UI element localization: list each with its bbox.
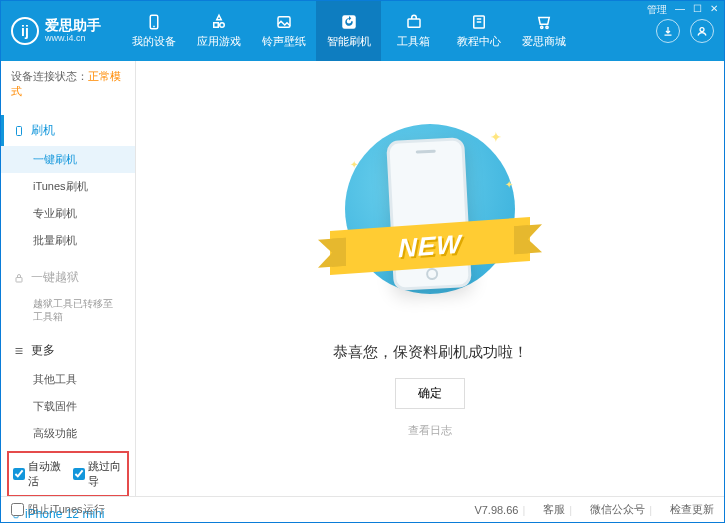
auto-activate-checkbox[interactable]: 自动激活 xyxy=(13,459,63,489)
customer-service-link[interactable]: 客服 xyxy=(543,502,565,517)
nav-smart-flash[interactable]: 智能刷机 xyxy=(316,1,381,61)
download-icon xyxy=(662,25,674,37)
sparkle-icon: ✦ xyxy=(350,159,358,170)
view-log-link[interactable]: 查看日志 xyxy=(408,423,452,438)
checkbox-label: 自动激活 xyxy=(28,459,63,489)
brand-name: 爱思助手 xyxy=(45,18,101,33)
connection-status: 设备连接状态：正常模式 xyxy=(1,61,135,107)
logo: ij 爱思助手 www.i4.cn xyxy=(11,17,121,45)
sidebar-item-download-firmware[interactable]: 下载固件 xyxy=(1,393,135,420)
body: 设备连接状态：正常模式 刷机 一键刷机 iTunes刷机 专业刷机 批量刷机 一… xyxy=(1,61,724,496)
section-label: 更多 xyxy=(31,342,55,359)
svg-point-9 xyxy=(545,26,547,28)
checkbox-label: 跳过向导 xyxy=(88,459,123,489)
menu-icon xyxy=(13,345,25,357)
nav-toolbox[interactable]: 工具箱 xyxy=(381,1,446,61)
footer: 阻止iTunes运行 V7.98.66 | 客服 | 微信公众号 | 检查更新 xyxy=(1,496,724,522)
sparkle-icon: ✦ xyxy=(490,129,502,145)
toolbox-icon xyxy=(405,13,423,31)
sidebar-item-oneclick-flash[interactable]: 一键刷机 xyxy=(1,146,135,173)
maximize-button[interactable]: ☐ xyxy=(693,3,702,17)
logo-icon: ij xyxy=(11,17,39,45)
skip-guide-checkbox[interactable]: 跳过向导 xyxy=(73,459,123,489)
divider: | xyxy=(569,504,572,516)
nav-label: 工具箱 xyxy=(397,34,430,49)
sidebar-item-other-tools[interactable]: 其他工具 xyxy=(1,366,135,393)
block-itunes-checkbox[interactable]: 阻止iTunes运行 xyxy=(11,502,105,517)
minimize-button[interactable]: — xyxy=(675,3,685,17)
phone-icon xyxy=(145,13,163,31)
main-content: ✦ ✦ ✦ NEW 恭喜您，保资料刷机成功啦！ 确定 查看日志 xyxy=(136,61,724,496)
options-highlight-box: 自动激活 跳过向导 xyxy=(7,451,129,497)
more-section: 更多 其他工具 下载固件 高级功能 xyxy=(1,335,135,447)
nav-ringtone-wallpaper[interactable]: 铃声壁纸 xyxy=(251,1,316,61)
wallpaper-icon xyxy=(275,13,293,31)
nav-label: 爱思商城 xyxy=(522,34,566,49)
sparkle-icon: ✦ xyxy=(505,179,513,190)
user-button[interactable] xyxy=(690,19,714,43)
svg-point-8 xyxy=(540,26,542,28)
book-icon xyxy=(470,13,488,31)
nav-tutorials[interactable]: 教程中心 xyxy=(446,1,511,61)
section-label: 一键越狱 xyxy=(31,269,79,286)
wechat-link[interactable]: 微信公众号 xyxy=(590,502,645,517)
checkbox-input[interactable] xyxy=(73,468,85,480)
ribbon-text: NEW xyxy=(398,228,462,263)
nav-label: 铃声壁纸 xyxy=(262,34,306,49)
nav-label: 我的设备 xyxy=(132,34,176,49)
nav-label: 应用游戏 xyxy=(197,34,241,49)
manage-button[interactable]: 管理 xyxy=(647,3,667,17)
checkbox-input[interactable] xyxy=(11,503,24,516)
conn-label: 设备连接状态： xyxy=(11,70,88,82)
flash-section: 刷机 一键刷机 iTunes刷机 专业刷机 批量刷机 xyxy=(1,115,135,254)
jailbreak-note: 越狱工具已转移至 工具箱 xyxy=(1,293,135,327)
window-controls: 管理 — ☐ ✕ xyxy=(647,3,718,17)
sidebar-item-batch-flash[interactable]: 批量刷机 xyxy=(1,227,135,254)
nav-my-device[interactable]: 我的设备 xyxy=(121,1,186,61)
refresh-icon xyxy=(340,13,358,31)
svg-rect-4 xyxy=(408,19,420,27)
app-window: 管理 — ☐ ✕ ij 爱思助手 www.i4.cn 我的设备 应用游戏 铃声壁 xyxy=(0,0,725,523)
header: 管理 — ☐ ✕ ij 爱思助手 www.i4.cn 我的设备 应用游戏 铃声壁 xyxy=(1,1,724,61)
section-label: 刷机 xyxy=(31,122,55,139)
close-button[interactable]: ✕ xyxy=(710,3,718,17)
check-update-link[interactable]: 检查更新 xyxy=(670,502,714,517)
divider: | xyxy=(522,504,525,516)
checkbox-label: 阻止iTunes运行 xyxy=(28,502,105,517)
flash-title[interactable]: 刷机 xyxy=(1,115,135,146)
cart-icon xyxy=(535,13,553,31)
divider: | xyxy=(649,504,652,516)
nav-label: 教程中心 xyxy=(457,34,501,49)
top-nav: 我的设备 应用游戏 铃声壁纸 智能刷机 工具箱 教程中心 xyxy=(121,1,656,61)
nav-store[interactable]: 爱思商城 xyxy=(511,1,576,61)
success-message: 恭喜您，保资料刷机成功啦！ xyxy=(333,343,528,362)
brand-url: www.i4.cn xyxy=(45,34,101,44)
download-button[interactable] xyxy=(656,19,680,43)
nav-label: 智能刷机 xyxy=(327,34,371,49)
sidebar: 设备连接状态：正常模式 刷机 一键刷机 iTunes刷机 专业刷机 批量刷机 一… xyxy=(1,61,136,496)
version-label: V7.98.66 xyxy=(474,504,518,516)
lock-icon xyxy=(13,272,25,284)
nav-apps-games[interactable]: 应用游戏 xyxy=(186,1,251,61)
app-icon xyxy=(210,13,228,31)
ok-button[interactable]: 确定 xyxy=(395,378,465,409)
checkbox-input[interactable] xyxy=(13,468,25,480)
svg-point-10 xyxy=(700,28,704,32)
success-illustration: ✦ ✦ ✦ NEW xyxy=(340,119,520,319)
phone-small-icon xyxy=(13,125,25,137)
header-right xyxy=(656,19,714,43)
svg-rect-12 xyxy=(16,277,22,282)
sidebar-item-pro-flash[interactable]: 专业刷机 xyxy=(1,200,135,227)
jailbreak-title: 一键越狱 xyxy=(1,262,135,293)
svg-rect-11 xyxy=(17,126,22,135)
sidebar-item-itunes-flash[interactable]: iTunes刷机 xyxy=(1,173,135,200)
sidebar-item-advanced[interactable]: 高级功能 xyxy=(1,420,135,447)
jailbreak-section: 一键越狱 越狱工具已转移至 工具箱 xyxy=(1,262,135,327)
more-title[interactable]: 更多 xyxy=(1,335,135,366)
user-icon xyxy=(696,25,708,37)
